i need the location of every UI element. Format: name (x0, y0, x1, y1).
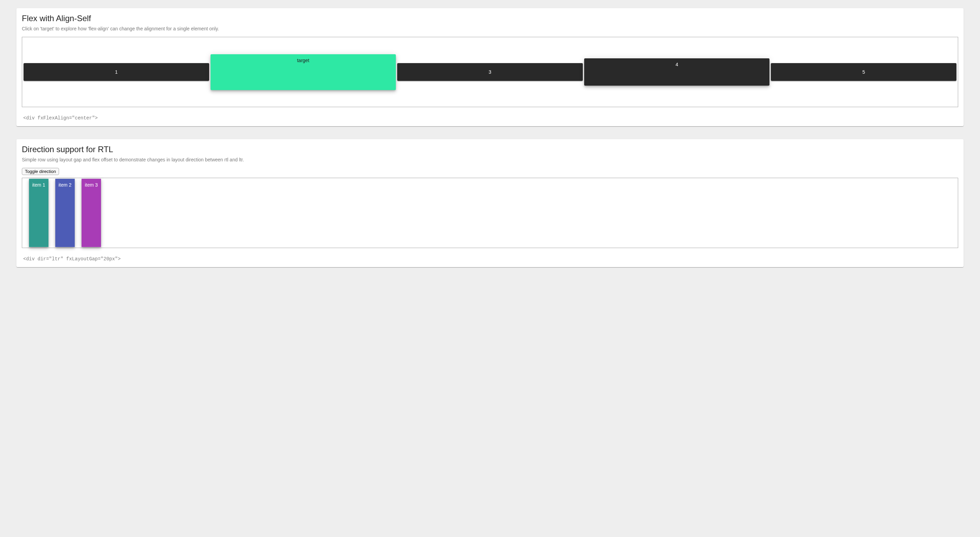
rtl-item-3: item 3 (81, 179, 101, 247)
flex-item-5[interactable]: 5 (771, 63, 956, 81)
flex-item-target[interactable]: target (210, 54, 396, 90)
rtl-item-2: item 2 (55, 179, 75, 247)
flex-item-3[interactable]: 3 (397, 63, 583, 81)
rtl-hint: <div dir="ltr" fxLayoutGap="20px"> (22, 256, 958, 262)
rtl-title: Direction support for RTL (22, 145, 958, 154)
align-self-hint: <div fxFlexAlign="center"> (22, 115, 958, 121)
toggle-direction-button[interactable]: Toggle direction (22, 168, 59, 175)
align-self-subtitle: Click on 'target' to explore how 'flex-a… (22, 26, 958, 32)
flex-item-1[interactable]: 1 (24, 63, 209, 81)
align-self-flex-container: 1 target 3 4 5 (22, 37, 958, 107)
rtl-item-1: item 1 (29, 179, 48, 247)
rtl-flex-container: item 1 item 2 item 3 (22, 178, 958, 248)
align-self-title: Flex with Align-Self (22, 14, 958, 23)
rtl-subtitle: Simple row using layout gap and flex off… (22, 157, 958, 162)
align-self-card: Flex with Align-Self Click on 'target' t… (16, 8, 964, 126)
rtl-card: Direction support for RTL Simple row usi… (16, 139, 964, 267)
flex-item-4[interactable]: 4 (584, 58, 770, 86)
